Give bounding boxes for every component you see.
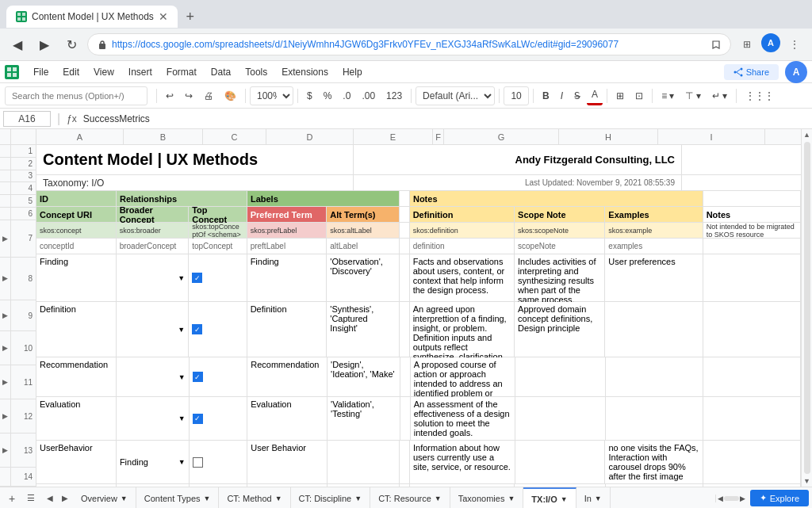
number-format-button[interactable]: 123 <box>381 86 407 105</box>
cell-g4[interactable]: Definition <box>410 207 515 222</box>
cell-g8[interactable]: An agreed upon interprettion of a findin… <box>410 302 515 357</box>
cell-d9[interactable]: Recommendation <box>247 357 327 396</box>
rn-12[interactable]: 12 <box>11 399 36 434</box>
currency-button[interactable]: $ <box>302 86 317 105</box>
rn-3[interactable]: 3 <box>11 170 36 183</box>
cell-e5[interactable]: skos:altLabel <box>327 223 400 238</box>
borders-button[interactable]: ⊞ <box>611 86 629 105</box>
font-size-input[interactable] <box>504 86 529 105</box>
cell-i7-user-preferences[interactable]: User preferences <box>605 254 703 301</box>
new-tab-button[interactable]: + <box>181 7 200 26</box>
redo-button[interactable]: ↪ <box>180 86 197 105</box>
address-bar[interactable]: https://docs.google.com/spreadsheets/d/1… <box>87 33 731 55</box>
menu-data[interactable]: Data <box>205 64 237 80</box>
cell-g9[interactable]: A proposed course of action or approach … <box>411 357 516 396</box>
cell-c8-checkbox[interactable]: ✓ <box>189 302 247 357</box>
cell-h7[interactable]: Includes activities of interpreting and … <box>515 254 605 301</box>
cell-g2-lastupdated[interactable]: Last Updated: November 9, 2021 08:55:39 <box>354 175 682 190</box>
merge-button[interactable]: ⊡ <box>630 86 648 105</box>
col-header-c[interactable]: C <box>203 129 266 145</box>
rn-10[interactable]: 10 <box>11 331 36 365</box>
cell-g1-consulting[interactable]: Andy Fitzgerald Consulting, LLC <box>354 145 682 174</box>
cell-e6[interactable]: altLabel <box>327 239 400 254</box>
rn-1[interactable]: 1 <box>11 145 36 158</box>
cell-d3-labels[interactable]: Labels <box>247 191 400 206</box>
cell-e7[interactable]: 'Observation', 'Discovery' <box>327 254 400 301</box>
more-formats-button[interactable]: ⋮⋮⋮ <box>741 86 779 105</box>
undo-button[interactable]: ↩ <box>161 86 178 105</box>
cell-g5[interactable]: skos:definition <box>410 223 515 238</box>
col-header-a[interactable]: A <box>36 129 124 145</box>
rn-11[interactable]: 11 <box>11 365 36 399</box>
cell-j6[interactable] <box>703 239 801 254</box>
active-tab[interactable]: Content Model | UX Methods ✕ <box>6 6 178 28</box>
menu-tools[interactable]: Tools <box>239 64 274 80</box>
col-header-g[interactable]: G <box>444 129 559 145</box>
cell-c11-checkbox[interactable] <box>190 441 248 483</box>
sheet-tab-ct-method[interactable]: CT: Method ▼ <box>219 487 290 509</box>
cell-j5[interactable]: Not intended to be migrated to SKOS reso… <box>703 223 801 238</box>
decimal-inc-button[interactable]: .00 <box>357 86 380 105</box>
cell-c9-checkbox[interactable]: ✓ <box>190 357 248 396</box>
sheet-tab-txio-active[interactable]: TX:I/O ▼ <box>523 487 576 509</box>
tab-close-btn[interactable]: ✕ <box>159 10 168 23</box>
cell-d7[interactable]: Finding <box>247 254 327 301</box>
rg-r9[interactable]: ▶ <box>0 300 10 331</box>
cell-i6[interactable]: examples <box>605 239 703 254</box>
cell-d4[interactable]: Preferred Term <box>247 207 327 222</box>
scroll-left-btn[interactable]: ◀ <box>718 495 723 502</box>
cell-b7[interactable]: ▼ <box>117 254 190 301</box>
percent-button[interactable]: % <box>319 86 337 105</box>
cell-i11[interactable]: no one visits the FAQs, Interaction with… <box>605 441 703 483</box>
cell-b3-relationships[interactable]: Relationships <box>117 191 247 206</box>
menu-view[interactable]: View <box>87 64 121 80</box>
zoom-select[interactable]: 100% <box>250 86 293 105</box>
col-header-j[interactable]: J <box>765 129 801 145</box>
menu-file[interactable]: File <box>27 64 55 80</box>
sheet-tab-ct-resource[interactable]: CT: Resource ▼ <box>370 487 450 509</box>
explore-button[interactable]: ✦ Explore <box>750 490 809 506</box>
sheet-tab-content-types[interactable]: Content Types ▼ <box>136 487 220 509</box>
cell-h5[interactable]: skos:scopeNote <box>515 223 605 238</box>
cell-d11[interactable]: User Behavior <box>247 441 327 483</box>
cell-g10[interactable]: An assessment of the effectiveness of a … <box>411 397 516 440</box>
valign-button[interactable]: ⊤ ▾ <box>680 86 705 105</box>
cell-d5[interactable]: skos:prefLabel <box>247 223 327 238</box>
checkbox-c7[interactable]: ✓ <box>192 273 202 283</box>
rg-r11[interactable]: ▶ <box>0 365 10 399</box>
rn-2[interactable]: 2 <box>11 158 36 170</box>
rg-r13[interactable]: ▶ <box>0 434 10 468</box>
cell-c4[interactable]: Top Concept <box>189 207 247 222</box>
cell-b8[interactable]: ▼ <box>117 302 190 357</box>
checkbox-c11[interactable] <box>193 457 203 468</box>
cell-c5[interactable]: skos:topConce ptOf <schema> <box>189 223 247 238</box>
cell-j8[interactable] <box>703 302 801 357</box>
col-header-h[interactable]: H <box>559 129 658 145</box>
search-menus-input[interactable] <box>5 86 147 105</box>
sheet-tab-ct-discipline[interactable]: CT: Discipline ▼ <box>291 487 371 509</box>
cell-g3-notes[interactable]: Notes <box>410 191 703 206</box>
rn-8[interactable]: 8 <box>11 258 36 301</box>
cell-e10[interactable]: 'Validation', 'Testing' <box>327 397 400 440</box>
cell-g6[interactable]: definition <box>410 239 515 254</box>
sheet-list-button[interactable]: ☰ <box>22 490 40 507</box>
col-header-e[interactable]: E <box>354 129 433 145</box>
cell-a8[interactable]: Definition <box>36 302 117 357</box>
checkbox-c8[interactable]: ✓ <box>192 324 202 334</box>
rn-5[interactable]: 5 <box>11 195 36 208</box>
col-header-b[interactable]: B <box>124 129 203 145</box>
cell-b6[interactable]: broaderConcept <box>117 239 190 254</box>
forward-button[interactable]: ▶ <box>33 33 56 55</box>
menu-format[interactable]: Format <box>160 64 203 80</box>
menu-insert[interactable]: Insert <box>122 64 159 80</box>
cell-d8[interactable]: Definition <box>247 302 327 357</box>
strikethrough-button[interactable]: S̶ <box>569 86 585 105</box>
cell-a4[interactable]: Concept URI <box>36 207 117 222</box>
col-header-f[interactable]: F <box>433 129 444 145</box>
profile-icon[interactable]: A <box>761 33 780 52</box>
sheet-tab-in[interactable]: In ▼ <box>576 487 611 509</box>
cell-e4[interactable]: Alt Term(s) <box>327 207 400 222</box>
cell-g11[interactable]: Information about how users currently us… <box>410 441 515 483</box>
more-menu-icon[interactable]: ⋮ <box>783 33 806 55</box>
cell-g7[interactable]: Facts and observations about users, cont… <box>410 254 515 301</box>
